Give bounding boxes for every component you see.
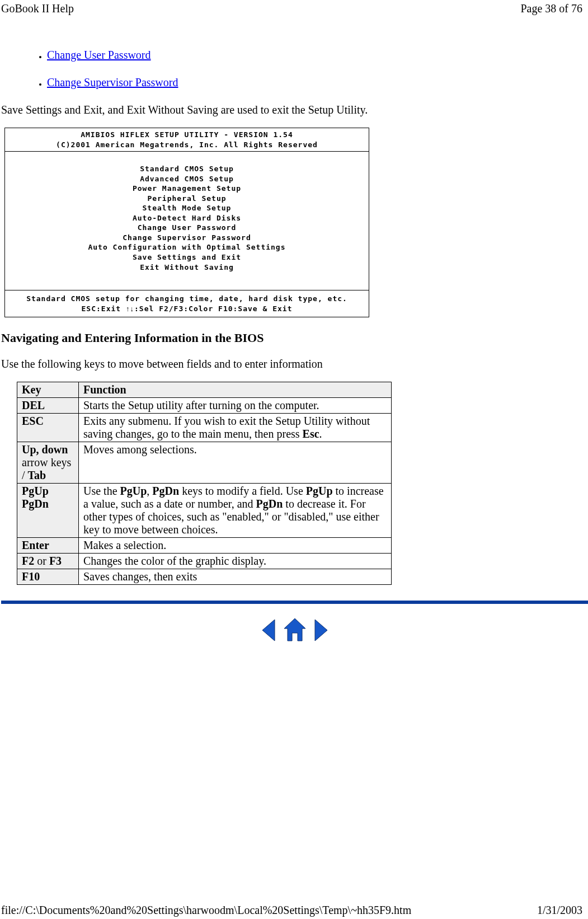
bios-menu-item: Save Settings and Exit [8, 252, 365, 262]
page-number: Page 38 of 76 [520, 2, 582, 15]
table-row: PgUp PgDnUse the PgUp, PgDn keys to modi… [17, 484, 392, 538]
divider [1, 601, 588, 604]
table-cell-function: Changes the color of the graphic display… [79, 554, 392, 569]
next-icon[interactable] [311, 617, 331, 643]
bios-header: AMIBIOS HIFLEX SETUP UTILITY - VERSION 1… [5, 128, 369, 152]
section-heading: Navigating and Entering Information in t… [1, 331, 588, 345]
table-header-function: Function [79, 382, 392, 398]
bios-menu-item: Stealth Mode Setup [8, 203, 365, 213]
table-cell-function: Saves changes, then exits [79, 569, 392, 585]
prev-icon[interactable] [259, 617, 279, 643]
home-icon[interactable] [282, 617, 308, 643]
bios-menu-item: Auto Configuration with Optimal Settings [8, 242, 365, 252]
table-row: ESCExits any submenu. If you wish to exi… [17, 414, 392, 442]
bios-menu-item: Change Supervisor Password [8, 233, 365, 243]
svg-marker-0 [262, 620, 275, 641]
table-cell-function: Use the PgUp, PgDn keys to modify a fiel… [79, 484, 392, 538]
link-change-user-password[interactable]: Change User Password [47, 49, 151, 61]
bios-screenshot: AMIBIOS HIFLEX SETUP UTILITY - VERSION 1… [4, 128, 369, 317]
table-header-key: Key [17, 382, 79, 398]
bios-menu: Standard CMOS SetupAdvanced CMOS SetupPo… [5, 152, 369, 290]
list-item: Change Supervisor Password [47, 76, 588, 89]
paragraph: Use the following keys to move between f… [1, 358, 588, 371]
bios-title-line2: (C)2001 American Megatrends, Inc. All Ri… [8, 140, 365, 150]
key-function-table: Key Function DELStarts the Setup utility… [17, 382, 392, 585]
table-row: F2 or F3Changes the color of the graphic… [17, 554, 392, 569]
bios-menu-item: Auto-Detect Hard Disks [8, 213, 365, 223]
table-cell-key: PgUp PgDn [17, 484, 79, 538]
bios-title-line1: AMIBIOS HIFLEX SETUP UTILITY - VERSION 1… [8, 130, 365, 140]
table-cell-function: Exits any submenu. If you wish to exit t… [79, 414, 392, 442]
table-cell-key: F10 [17, 569, 79, 585]
svg-marker-1 [284, 618, 305, 641]
svg-marker-2 [315, 620, 327, 641]
table-cell-key: DEL [17, 398, 79, 414]
doc-title: GoBook II Help [1, 2, 74, 15]
table-cell-function: Makes a selection. [79, 538, 392, 554]
bios-menu-item: Change User Password [8, 223, 365, 233]
table-cell-function: Moves among selections. [79, 442, 392, 484]
link-change-supervisor-password[interactable]: Change Supervisor Password [47, 76, 178, 88]
file-path: file://C:\Documents%20and%20Settings\har… [1, 904, 411, 917]
table-row: Up, down arrow keys / TabMoves among sel… [17, 442, 392, 484]
paragraph: Save Settings and Exit, and Exit Without… [1, 104, 588, 116]
table-cell-key: F2 or F3 [17, 554, 79, 569]
footer-date: 1/31/2003 [537, 904, 582, 917]
bios-menu-item: Peripheral Setup [8, 194, 365, 204]
bios-menu-item: Advanced CMOS Setup [8, 174, 365, 184]
bios-footer-line1: Standard CMOS setup for changing time, d… [8, 294, 365, 304]
table-cell-function: Starts the Setup utility after turning o… [79, 398, 392, 414]
nav-icons [1, 617, 588, 643]
bios-menu-item: Standard CMOS Setup [8, 164, 365, 174]
bios-footer: Standard CMOS setup for changing time, d… [5, 290, 369, 317]
table-row: EnterMakes a selection. [17, 538, 392, 554]
table-cell-key: Up, down arrow keys / Tab [17, 442, 79, 484]
table-cell-key: ESC [17, 414, 79, 442]
bios-menu-item: Power Management Setup [8, 184, 365, 194]
table-row: F10Saves changes, then exits [17, 569, 392, 585]
bios-menu-item: Exit Without Saving [8, 262, 365, 273]
list-item: Change User Password [47, 49, 588, 62]
bios-footer-line2: ESC:Exit ↑↓:Sel F2/F3:Color F10:Save & E… [8, 304, 365, 314]
table-row: DELStarts the Setup utility after turnin… [17, 398, 392, 414]
table-cell-key: Enter [17, 538, 79, 554]
